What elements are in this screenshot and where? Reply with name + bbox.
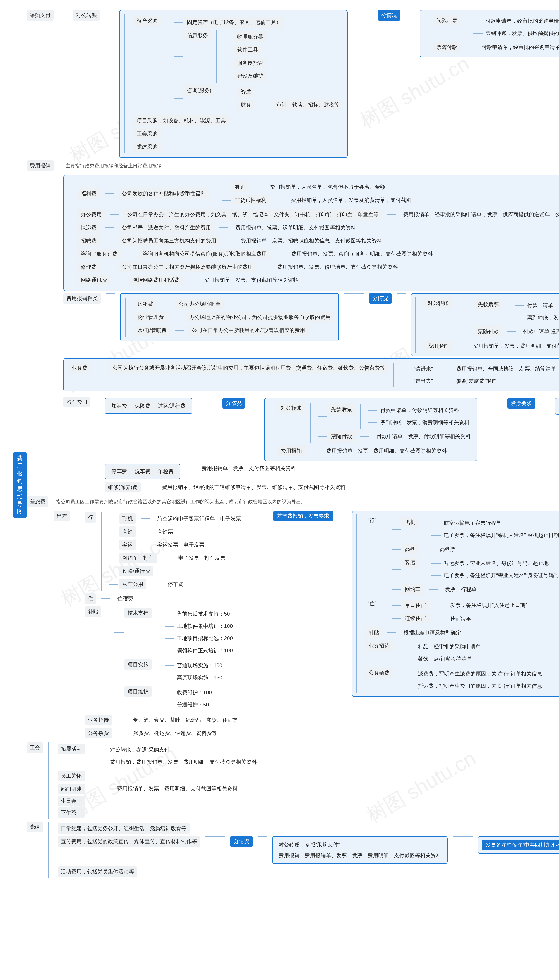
node-biz-desc: 公司为执行公务或开展业务活动召开会议所发生的费用，主要包括场地租用费、交通费、住…: [110, 363, 388, 373]
node-fixed-asset: 固定资产（电子设备、家具、运输工具）: [184, 17, 284, 28]
text: 费用报销单，发票，费用明细、支付截图等相关资料: [471, 341, 559, 351]
text: 高铁票: [155, 527, 175, 536]
root-node: 费用报销思维导图: [13, 452, 26, 518]
text: 发票备注栏备注"中共四川九州科技发展有限公司支部委员会": [482, 840, 559, 850]
node: 先款后票: [328, 404, 355, 415]
text-postpay: 付款申请单，经审批的采购申请单、合同或协议、发票、供应商提供的送货单、公司入库单…: [480, 42, 559, 52]
node: 项目维护: [124, 686, 152, 697]
car-case-box: 对公转账 先款后票 付款申请单，付款明细等相关资料 票到冲账，发票，消费明细等相…: [264, 398, 477, 461]
node-consult-sub: 审计、软著、招标、财税等: [273, 99, 342, 110]
text: 对公转账，参照“采购支付”: [108, 745, 174, 755]
node: 公务杂费: [366, 668, 393, 678]
node: 项目实施: [124, 659, 152, 670]
root-column: 费用报销思维导图: [13, 9, 26, 961]
node-go: 行: [85, 512, 96, 523]
branch-purchase: 采购支付 对公转账 资产采购 固定资产（电子设备、家具、运输工具）: [26, 9, 559, 159]
node: 飞机: [119, 513, 136, 524]
text: 售前售后技术支持：50: [175, 609, 232, 619]
node: 高铁: [119, 526, 136, 537]
node-utility-desc: 公司在日常办公中所耗用的水/电/管暖相应的费用: [189, 325, 308, 336]
text: 高原现场实施：150: [175, 673, 225, 682]
text: 根据出差申请及类型确定: [401, 628, 463, 637]
text: 费用报销，费用报销单、发票、发票、费用明细、支付截图等相关资料: [276, 851, 443, 860]
text: 客运发票、电子发票: [155, 540, 207, 550]
node-consult-item: 财务: [238, 99, 254, 110]
text: “行”: [366, 516, 379, 525]
text: 费用报销单、发票、招聘职位相关信息、支付截图等相关资料: [238, 236, 384, 245]
text: 电子发票，备注栏填开“需业人姓名”“身份证号码”“起止地”: [442, 571, 559, 580]
node: 生日会: [58, 796, 85, 806]
text: “走出去”: [412, 376, 435, 386]
text: 付款申请单，付款明细等相关资料: [378, 406, 461, 415]
node-asset: 资产采购: [134, 16, 161, 26]
node-pub: 对公转账: [425, 298, 452, 308]
node: 日常党建，包括党务公开、组织生活、党员培训教育等: [58, 823, 190, 834]
layout-row: 费用报销思维导图 采购支付 对公转账 资产采购: [13, 9, 546, 961]
node-welfare-desc: 公司发放的各种补贴和非货币性福利: [119, 188, 209, 199]
text: 费用报销，费用报销单、发票、费用明细、支付截图等相关资料: [108, 757, 259, 767]
text: 发票，备注栏填开“入住起止日期”: [448, 600, 529, 610]
node-recruit: 招聘费: [78, 235, 99, 246]
node-project: 项目采购，如设备、耗材、能源、工具: [134, 115, 229, 126]
text: “住”: [366, 599, 379, 608]
node-repair: 修理费: [78, 262, 99, 272]
node: 部门团建: [58, 784, 85, 794]
node: 客运: [119, 540, 136, 550]
node-party-purchase: 党建采购: [134, 142, 161, 152]
branch-party: 党建 日常党建，包括党务公开、组织生活、党员培训教育等 宣传费用，包括党的政策宣…: [26, 821, 559, 879]
node: 单日住宿: [402, 600, 429, 610]
text: 客运发票，需业人姓名、身份证号码、起止地: [442, 558, 551, 568]
text: 派费费、托运费、快递费、资料费等: [131, 728, 219, 738]
text: 电子发票、打车发票: [176, 553, 228, 563]
node-host: 业务招待: [85, 715, 112, 725]
node: 客运: [402, 557, 418, 568]
node-inv-req: 发票要求: [508, 398, 536, 409]
text: 票到冲账，发票，消费明细等相关资料: [378, 418, 471, 427]
node-office: 办公费用: [78, 209, 105, 220]
node-info-item: 建设及维护: [234, 71, 266, 81]
text: 对公转账，参照“采购支付”: [276, 840, 443, 849]
travel-req-box: “行” 飞机 航空运输电子客票行程单 电子发票，备注栏填开“乘机人姓名”“乘机起…: [352, 511, 559, 697]
text: 派费费，写明产生派费的原因，关联“行”订单相关信息: [416, 669, 544, 679]
node-repair-desc: 公司在日常办公中，相关资产损坏需要维修所产生的费用: [119, 262, 256, 272]
expense-case-box: 对公转账 先款后票 付款申请单，付款明细等相关资料(注：第一次支付需提供合同或协…: [411, 293, 559, 356]
text: 票到冲账，发票（需包含明细信息）: [525, 313, 559, 323]
text: 费用报销单、发票、费用明细、支付截图等相关资料: [115, 784, 240, 793]
node: 技术支持: [124, 608, 152, 618]
car-box-top: 加油费 保险费 过路/通行费: [105, 398, 192, 414]
node-rent-desc: 公司办公场地租金: [175, 299, 223, 310]
node-welfare: 福利费: [78, 188, 99, 199]
node-purchase-public: 对公转账: [73, 10, 100, 20]
node-misc: 公务杂费: [85, 728, 112, 738]
node: 宣传费用，包括党的政策宣传、媒体宣传、宣传材料制作等: [58, 836, 200, 847]
text: 费用报销单、合同或协议、发票、结算清单、会议议程、签到表、会议照片、支付截图等相…: [454, 364, 559, 374]
node-welfare-b: 非货币性福利: [232, 195, 270, 205]
node-kind: 费用报销种类: [63, 293, 101, 304]
node-case: 分情况: [369, 293, 392, 304]
text: 托运费，写明产生费用的原因，关联“行”订单相关信息: [416, 681, 544, 691]
node: 费用报销: [278, 446, 305, 456]
node-property: 物业管理费: [134, 312, 167, 323]
expense-box-3: 业务费 公司为执行公务或开展业务活动召开会议所发生的费用，主要包括场地租用费、交…: [63, 358, 559, 391]
text: 高铁票: [438, 545, 458, 554]
node-party: 党建: [26, 822, 43, 832]
node: 票随付款: [475, 326, 502, 337]
node: 维修(保养)费: [105, 482, 141, 492]
text: 费用报销单，经审批的采购申请单，发票、供应商提供的送货单、公司入库单、支付截图等…: [401, 210, 559, 219]
text: 烟、酒、食品、茶叶、纪念品、餐饮、住宿等: [131, 715, 240, 725]
node: 拓展活动: [58, 743, 85, 754]
text: 费用报销单、发票、支付截图等相关资料: [199, 464, 298, 473]
node-property-desc: 办公场地所在的物业公司，为公司提供物业服务而收取的费用: [186, 312, 334, 323]
text: 费用报销单、发票、运单明细、支付截图等相关资料: [233, 223, 358, 232]
node: 先款后票: [475, 299, 502, 310]
connector: [59, 10, 68, 10]
text: 住宿费: [115, 594, 136, 603]
node: 补贴: [366, 627, 382, 638]
text: 礼品，经审批的采购申请单: [416, 642, 483, 651]
node-car: 汽车费用: [63, 397, 90, 407]
node-expense: 费用报销: [26, 161, 54, 171]
node-union-purchase: 工会采购: [134, 129, 161, 139]
node: 下午茶: [58, 808, 85, 818]
node-recruit-desc: 公司为招聘员工向第三方机构支付的费用: [119, 235, 219, 246]
node: 业务招待: [366, 641, 393, 651]
